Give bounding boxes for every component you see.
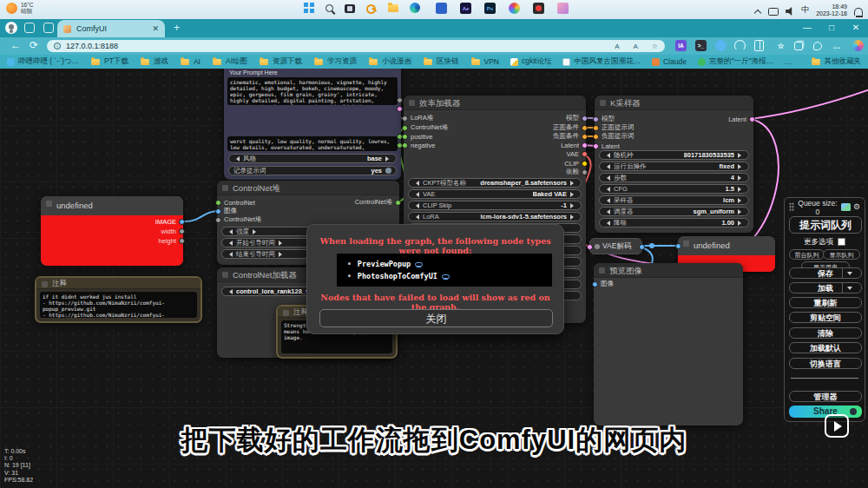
output-port[interactable]	[582, 115, 588, 122]
input-port[interactable]	[593, 143, 599, 149]
pinned-image-app-icon[interactable]	[557, 3, 569, 14]
paint-app-icon[interactable]	[509, 3, 520, 14]
bookmark-folder[interactable]: AI绘图	[212, 56, 247, 67]
volume-tray-icon[interactable]	[786, 7, 794, 16]
output-port[interactable]	[582, 169, 588, 175]
windows-start-icon[interactable]	[304, 3, 314, 13]
browser-profile-avatar[interactable]	[5, 22, 17, 34]
address-bar[interactable]: i 127.0.0.1:8188 A A ☆	[47, 40, 665, 52]
favorites-bar-icon[interactable]: ☆	[775, 40, 786, 51]
input-port[interactable]	[215, 217, 221, 223]
reload-icon[interactable]: ⟳	[30, 39, 38, 51]
node-title[interactable]: undefined	[678, 236, 775, 255]
other-bookmarks-folder[interactable]: 其他收藏夹	[811, 56, 862, 67]
vae-widget[interactable]: VAEBaked VAE	[408, 189, 582, 199]
node-vae-decode-collapsed[interactable]: VAE解码	[589, 238, 642, 254]
password-app-icon[interactable]	[366, 3, 377, 13]
tab-comfyui[interactable]: ComfyUI ✕	[57, 20, 165, 37]
extension-blue-icon[interactable]	[715, 40, 727, 51]
input-port[interactable]	[215, 208, 221, 214]
favorite-star-icon[interactable]: ☆	[652, 43, 658, 50]
after-gen-widget[interactable]: 运行后操作fixed	[599, 162, 749, 171]
edge-browser-icon[interactable]	[410, 3, 420, 13]
clipspace-button[interactable]: 剪贴空间	[789, 312, 862, 323]
file-explorer-icon[interactable]	[388, 4, 398, 12]
extension-ia-icon[interactable]: IA	[675, 40, 687, 51]
denoise-widget[interactable]: 降噪1.00	[599, 218, 749, 228]
output-port[interactable]	[582, 142, 588, 148]
output-port[interactable]	[582, 125, 588, 131]
input-port[interactable]	[675, 243, 681, 249]
dialog-close-button[interactable]: 关闭	[319, 309, 553, 327]
bookmark-folder[interactable]: 资源下载	[259, 56, 302, 67]
bookmark-item[interactable]: 中国风复古国潮花…	[562, 56, 641, 67]
sampler-widget[interactable]: 采样器lcm	[599, 195, 749, 205]
bookmark-folder[interactable]: AI	[180, 57, 201, 66]
ime-indicator[interactable]: 中	[801, 1, 809, 18]
load-button[interactable]: 加载	[789, 282, 862, 293]
note-textarea[interactable]: if it didnt worked jus install - https:/…	[40, 292, 197, 318]
output-port[interactable]	[397, 97, 403, 103]
lora-widget[interactable]: LoRAlcm-lora-sdv1-5.safetensors	[408, 212, 582, 221]
node-preview-image[interactable]: 预览图像 图像	[594, 263, 743, 425]
view-queue-button[interactable]: 显示队列	[823, 249, 860, 260]
output-port[interactable]	[582, 134, 588, 140]
link-icon[interactable]	[415, 262, 423, 267]
output-port[interactable]	[582, 151, 588, 157]
input-port[interactable]	[402, 125, 408, 131]
switch-locale-button[interactable]: 切换语言	[789, 358, 862, 369]
extra-options-checkbox[interactable]	[838, 238, 845, 246]
collapse-dot-icon[interactable]	[595, 244, 600, 249]
node-title[interactable]: K采样器	[595, 96, 753, 110]
image-feed-icon[interactable]	[841, 203, 851, 211]
tray-expand-icon[interactable]	[754, 8, 761, 15]
save-dropdown[interactable]	[842, 268, 857, 278]
screen-recorder-icon[interactable]	[533, 3, 544, 14]
next-arrow-icon[interactable]	[385, 156, 391, 162]
new-tab-button[interactable]: +	[174, 23, 180, 33]
output-port[interactable]	[639, 244, 645, 250]
load-dropdown[interactable]	[842, 283, 857, 293]
bookmark-item[interactable]: 完整的"一斤"海报…	[698, 56, 773, 67]
output-port[interactable]	[179, 228, 185, 234]
steps-widget[interactable]: 步数4	[599, 173, 749, 182]
output-port[interactable]	[582, 161, 588, 167]
bookmark-item[interactable]: cgkit论坛	[510, 56, 551, 67]
weather-widget[interactable]: 16°C 晴朗	[6, 2, 34, 14]
scheduler-widget[interactable]: 调度器sgm_uniform	[599, 207, 749, 216]
seed-widget[interactable]: 随机种80171830533535	[599, 150, 749, 160]
node-prompt-styler[interactable]: Your Prompt Here cinematic, emotional, h…	[224, 69, 401, 180]
tab-actions-icon[interactable]	[43, 23, 54, 33]
back-icon[interactable]: ←	[10, 39, 21, 51]
bookmark-folder[interactable]: VPN	[470, 57, 499, 66]
node-title[interactable]: 注释	[36, 278, 201, 289]
collections-icon[interactable]	[794, 42, 803, 50]
pinned-app-icon[interactable]	[436, 3, 447, 14]
style-widget[interactable]: 风格 base	[228, 154, 397, 163]
prev-arrow-icon[interactable]	[233, 156, 240, 162]
load-default-button[interactable]: 加载默认	[789, 342, 862, 353]
after-effects-icon[interactable]: Ae	[460, 3, 471, 14]
workspaces-icon[interactable]	[24, 23, 35, 33]
node-note[interactable]: 注释 if it didnt worked jus install - http…	[35, 276, 202, 323]
toggle-icon[interactable]	[385, 168, 391, 174]
clear-button[interactable]: 清除	[789, 327, 862, 339]
negative-prompt-textarea[interactable]: worst quality, low quality, normal quali…	[227, 136, 398, 151]
node-ksampler[interactable]: K采样器 模型 正面提示词 负面提示词 Latent Latent 随机种801…	[595, 96, 753, 233]
menu-drag-handle[interactable]	[789, 202, 794, 212]
bookmark-item[interactable]: 哔哩哔哩 ( ´-`)つ…	[7, 56, 79, 67]
output-port[interactable]	[397, 106, 403, 112]
output-port[interactable]	[395, 200, 401, 206]
refresh-button[interactable]: 重刷新	[789, 297, 862, 308]
node-title[interactable]: undefined	[41, 196, 183, 215]
bookmark-folder[interactable]: PT下载	[90, 56, 128, 67]
copilot-icon[interactable]	[852, 40, 864, 51]
queue-prompt-button[interactable]: 提示词队列	[789, 216, 862, 234]
read-aloud-icon[interactable]: A	[615, 43, 619, 50]
display-tray-icon[interactable]	[768, 8, 779, 16]
input-port[interactable]	[592, 281, 598, 287]
node-title[interactable]: ControlNet堆	[217, 181, 399, 195]
output-port[interactable]	[749, 116, 755, 122]
clip-skip-widget[interactable]: CLIP Skip-1	[408, 201, 582, 210]
window-minimize-button[interactable]: —	[795, 19, 819, 37]
